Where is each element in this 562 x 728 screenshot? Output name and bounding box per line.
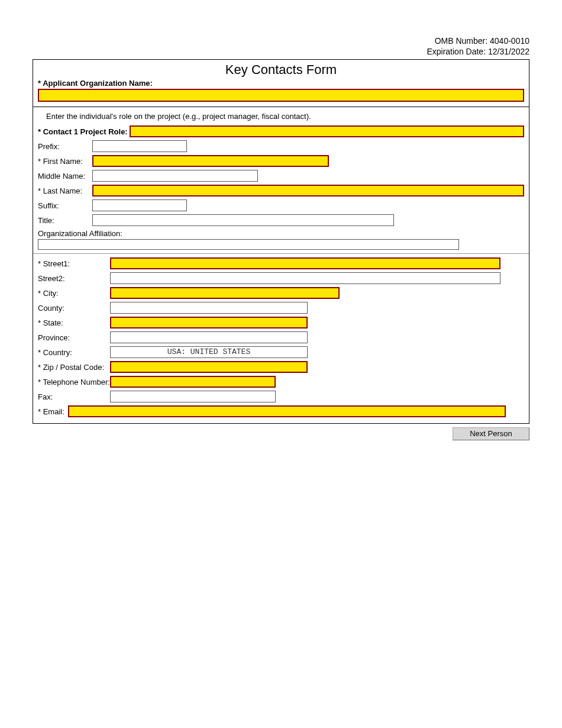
last-name-input[interactable]: [92, 185, 524, 197]
suffix-input[interactable]: [92, 199, 187, 211]
suffix-label: Suffix:: [38, 201, 92, 210]
expiration-date: Expiration Date: 12/31/2022: [33, 46, 529, 57]
country-input[interactable]: USA: UNITED STATES: [110, 346, 308, 358]
fax-label: Fax:: [38, 392, 110, 401]
section-divider: [33, 253, 529, 254]
street1-input[interactable]: [110, 257, 500, 269]
street1-label: * Street1:: [38, 259, 110, 268]
phone-label: * Telephone Number:: [38, 378, 110, 386]
title-input[interactable]: [92, 214, 394, 226]
prefix-input[interactable]: [92, 140, 187, 152]
title-label: Title:: [38, 216, 92, 225]
project-role-label: * Contact 1 Project Role:: [38, 127, 130, 136]
first-name-input[interactable]: [92, 155, 329, 167]
email-label: * Email:: [38, 407, 64, 416]
email-input[interactable]: [68, 405, 506, 417]
next-person-button[interactable]: Next Person: [453, 427, 529, 440]
city-input[interactable]: [110, 287, 340, 299]
project-role-input[interactable]: [130, 125, 524, 137]
street2-input[interactable]: [110, 272, 500, 284]
first-name-label: * First Name:: [38, 157, 92, 166]
country-label: * Country:: [38, 348, 110, 357]
zip-input[interactable]: [110, 361, 308, 373]
middle-name-input[interactable]: [92, 170, 258, 182]
county-label: County:: [38, 304, 110, 313]
org-affiliation-input[interactable]: [38, 239, 459, 250]
role-instruction: Enter the individual's role on the proje…: [46, 112, 524, 121]
city-label: * City:: [38, 289, 110, 298]
state-input[interactable]: [110, 317, 308, 328]
middle-name-label: Middle Name:: [38, 172, 92, 181]
phone-input[interactable]: [110, 376, 276, 388]
prefix-label: Prefix:: [38, 142, 92, 151]
province-label: Province:: [38, 333, 110, 342]
omb-number: OMB Number: 4040-0010: [33, 36, 529, 46]
province-input[interactable]: [110, 331, 308, 343]
state-label: * State:: [38, 318, 110, 327]
last-name-label: * Last Name:: [38, 186, 92, 195]
street2-label: Street2:: [38, 274, 110, 283]
form-title: Key Contacts Form: [33, 60, 529, 78]
applicant-org-label: * Applicant Organization Name:: [38, 79, 524, 88]
meta-block: OMB Number: 4040-0010 Expiration Date: 1…: [33, 36, 529, 57]
form-container: Key Contacts Form * Applicant Organizati…: [33, 59, 529, 424]
applicant-org-input[interactable]: [38, 89, 524, 102]
fax-input[interactable]: [110, 391, 276, 402]
org-affiliation-label: Organizational Affiliation:: [38, 229, 122, 238]
zip-label: * Zip / Postal Code:: [38, 363, 110, 372]
county-input[interactable]: [110, 302, 308, 314]
